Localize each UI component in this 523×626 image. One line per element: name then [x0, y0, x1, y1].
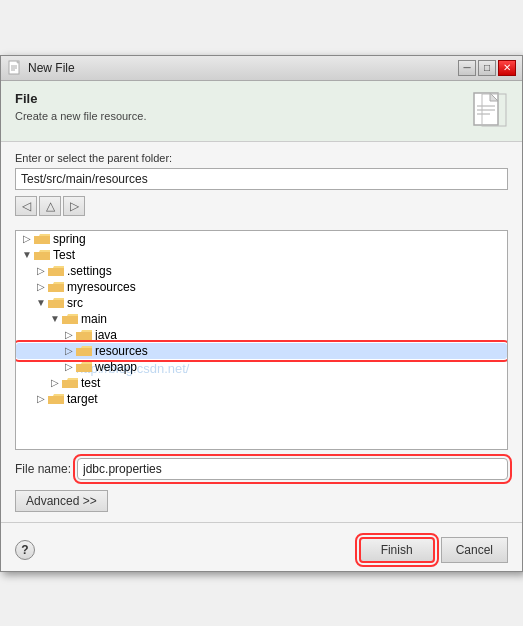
- expander-spring[interactable]: ▷: [20, 232, 34, 246]
- folder-icon-webapp: [76, 361, 92, 373]
- tree-label-myresources: myresources: [67, 280, 136, 294]
- filename-input[interactable]: [77, 458, 508, 480]
- expander-java[interactable]: ▷: [62, 328, 76, 342]
- header-text: File Create a new file resource.: [15, 91, 146, 122]
- title-bar-left: New File: [7, 60, 75, 76]
- tree-label-main: main: [81, 312, 107, 326]
- folder-icon-java: [76, 329, 92, 341]
- tree-wrapper: http://blog.csdn.net/ ▷ spring ▼ Test: [1, 230, 522, 450]
- close-button[interactable]: ✕: [498, 60, 516, 76]
- folder-path-input[interactable]: [15, 168, 508, 190]
- filename-label: File name:: [15, 462, 71, 476]
- tree-item-src[interactable]: ▼ src: [16, 295, 507, 311]
- tree-item-webapp[interactable]: ▷ webapp: [16, 359, 507, 375]
- tree-item-settings[interactable]: ▷ .settings: [16, 263, 507, 279]
- nav-up-button[interactable]: △: [39, 196, 61, 216]
- folder-icon-resources: [76, 345, 92, 357]
- expander-test[interactable]: ▷: [48, 376, 62, 390]
- forward-icon: ▷: [70, 199, 79, 213]
- header-file-icon: [472, 91, 508, 131]
- tree-label-webapp: webapp: [95, 360, 137, 374]
- file-doc-icon: [472, 91, 508, 131]
- header-section: File Create a new file resource.: [1, 81, 522, 142]
- tree-label-target: target: [67, 392, 98, 406]
- window-title: New File: [28, 61, 75, 75]
- folder-icon-test: [62, 377, 78, 389]
- bottom-bar: ? Finish Cancel: [1, 529, 522, 571]
- cancel-button[interactable]: Cancel: [441, 537, 508, 563]
- title-bar: New File ─ □ ✕: [1, 56, 522, 81]
- expander-myresources[interactable]: ▷: [34, 280, 48, 294]
- expander-src[interactable]: ▼: [34, 296, 48, 310]
- tree-label-test: test: [81, 376, 100, 390]
- maximize-button[interactable]: □: [478, 60, 496, 76]
- expander-resources[interactable]: ▷: [62, 344, 76, 358]
- tree-label-test-root: Test: [53, 248, 75, 262]
- expander-webapp[interactable]: ▷: [62, 360, 76, 374]
- expander-target[interactable]: ▷: [34, 392, 48, 406]
- help-button[interactable]: ?: [15, 540, 35, 560]
- window-icon: [7, 60, 23, 76]
- tree-item-spring[interactable]: ▷ spring: [16, 231, 507, 247]
- minimize-button[interactable]: ─: [458, 60, 476, 76]
- finish-button[interactable]: Finish: [359, 537, 435, 563]
- tree-item-test[interactable]: ▷ test: [16, 375, 507, 391]
- nav-back-button[interactable]: ◁: [15, 196, 37, 216]
- file-tree[interactable]: http://blog.csdn.net/ ▷ spring ▼ Test: [15, 230, 508, 450]
- tree-item-test-root[interactable]: ▼ Test: [16, 247, 507, 263]
- tree-label-src: src: [67, 296, 83, 310]
- tree-item-myresources[interactable]: ▷ myresources: [16, 279, 507, 295]
- folder-icon-myresources: [48, 281, 64, 293]
- tree-label-java: java: [95, 328, 117, 342]
- tree-label-resources: resources: [95, 344, 148, 358]
- expander-settings[interactable]: ▷: [34, 264, 48, 278]
- filename-section: File name:: [1, 450, 522, 486]
- separator: [1, 522, 522, 523]
- tree-label-spring: spring: [53, 232, 86, 246]
- expander-main[interactable]: ▼: [48, 312, 62, 326]
- back-icon: ◁: [22, 199, 31, 213]
- header-description: Create a new file resource.: [15, 110, 146, 122]
- expander-test-root[interactable]: ▼: [20, 248, 34, 262]
- tree-item-target[interactable]: ▷ target: [16, 391, 507, 407]
- new-file-dialog: New File ─ □ ✕ File Create a new file re…: [0, 55, 523, 572]
- up-icon: △: [46, 199, 55, 213]
- folder-icon-settings: [48, 265, 64, 277]
- tree-item-java[interactable]: ▷ java: [16, 327, 507, 343]
- tree-label-settings: .settings: [67, 264, 112, 278]
- nav-buttons: ◁ △ ▷: [15, 196, 508, 216]
- folder-icon-spring: [34, 233, 50, 245]
- tree-item-main[interactable]: ▼ main: [16, 311, 507, 327]
- advanced-section: Advanced >>: [1, 486, 522, 522]
- nav-forward-button[interactable]: ▷: [63, 196, 85, 216]
- tree-item-resources[interactable]: ▷ resources: [16, 343, 507, 359]
- folder-icon-main: [62, 313, 78, 325]
- folder-path-section: Enter or select the parent folder: ◁ △ ▷: [1, 142, 522, 230]
- header-title: File: [15, 91, 146, 106]
- advanced-button[interactable]: Advanced >>: [15, 490, 108, 512]
- folder-label: Enter or select the parent folder:: [15, 152, 508, 164]
- folder-icon-src: [48, 297, 64, 309]
- folder-icon-test-root: [34, 249, 50, 261]
- folder-icon-target: [48, 393, 64, 405]
- title-controls: ─ □ ✕: [458, 60, 516, 76]
- action-buttons: Finish Cancel: [359, 537, 508, 563]
